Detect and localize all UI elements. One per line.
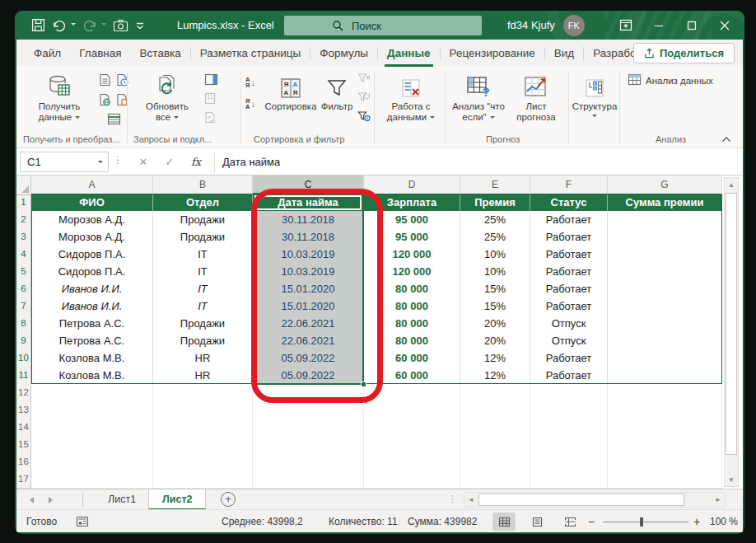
cell-status[interactable]: Работает xyxy=(530,263,608,281)
cell-dept[interactable]: Продажи xyxy=(153,315,253,333)
scroll-right-icon[interactable]: ► xyxy=(712,493,725,507)
cell-bonus[interactable]: 12% xyxy=(460,367,530,385)
what-if-analysis-button[interactable]: ? Анализ "что если" xyxy=(450,71,507,133)
cell-date[interactable]: 15.01.2020 xyxy=(253,297,364,316)
cell-date[interactable]: 05.09.2022 xyxy=(253,367,364,385)
empty-cell[interactable] xyxy=(253,401,364,419)
zoom-level[interactable]: 100 % xyxy=(710,510,738,533)
from-web-icon[interactable] xyxy=(99,93,111,110)
cell-bonus[interactable]: 10% xyxy=(460,263,530,281)
row-header[interactable]: 4 xyxy=(16,246,31,264)
cell-empty[interactable] xyxy=(608,280,722,298)
horizontal-scrollbar[interactable]: ◄ ► xyxy=(464,492,726,508)
empty-cell[interactable] xyxy=(364,453,460,471)
data-tools-button[interactable]: Работа с данными xyxy=(379,71,443,133)
outline-button[interactable]: Структура xyxy=(572,71,618,133)
empty-cell[interactable] xyxy=(530,470,608,489)
row-header[interactable]: 5 xyxy=(16,263,31,281)
cell-salary[interactable]: 120 000 xyxy=(364,263,460,281)
filter-button[interactable]: Фильтр xyxy=(318,71,356,133)
status-count[interactable]: Количество: 11 xyxy=(329,510,398,533)
cell-dept[interactable]: Продажи xyxy=(153,332,253,350)
zoom-slider-thumb[interactable] xyxy=(640,517,643,527)
empty-cell[interactable] xyxy=(608,436,722,454)
formula-input[interactable]: Дата найма xyxy=(222,148,280,176)
share-button[interactable]: Поделиться xyxy=(633,43,735,63)
cell-fio[interactable]: Морозов А.Д. xyxy=(31,228,153,246)
column-header-b[interactable]: B xyxy=(153,176,253,195)
cell-dept[interactable]: IT xyxy=(153,280,253,298)
column-header-d[interactable]: D xyxy=(364,176,460,195)
ribbon-display-options-button[interactable] xyxy=(609,11,642,40)
undo-button[interactable] xyxy=(52,19,76,32)
cell-bonus[interactable]: 20% xyxy=(460,315,530,333)
insert-function-button[interactable]: fx xyxy=(184,152,208,172)
cell-dept[interactable]: IT xyxy=(153,246,253,264)
column-header-c-selected[interactable]: C xyxy=(253,176,364,195)
tab-home[interactable]: Главная xyxy=(70,40,130,67)
redo-button[interactable] xyxy=(82,19,106,32)
cell-bonus[interactable]: 25% xyxy=(460,228,530,246)
row-header[interactable]: 15 xyxy=(16,436,31,454)
empty-cell[interactable] xyxy=(530,453,608,471)
column-header-a[interactable]: A xyxy=(31,176,153,195)
scroll-up-icon[interactable]: ▲ xyxy=(725,178,738,191)
row-header[interactable]: 9 xyxy=(16,332,31,350)
empty-cell[interactable] xyxy=(608,453,722,471)
cell-fio[interactable]: Козлова М.В. xyxy=(31,349,153,367)
row-header[interactable]: 10 xyxy=(16,349,31,367)
row-header[interactable]: 13 xyxy=(16,401,31,419)
cell-fio[interactable]: Петрова А.С. xyxy=(31,315,153,333)
maximize-button[interactable] xyxy=(675,11,708,40)
cell-bonus[interactable]: 15% xyxy=(460,280,530,298)
status-average[interactable]: Среднее: 43998,2 xyxy=(222,510,303,533)
cell-bonus[interactable]: 20% xyxy=(460,332,530,350)
column-header-g[interactable]: G xyxy=(608,176,722,195)
cancel-button[interactable]: ✕ xyxy=(132,152,155,172)
header-cell[interactable]: Сумма премии xyxy=(608,194,722,212)
empty-cell[interactable] xyxy=(253,384,364,402)
empty-cell[interactable] xyxy=(460,384,530,402)
empty-cell[interactable] xyxy=(153,419,253,437)
row-header[interactable]: 16 xyxy=(16,453,31,471)
row-header[interactable]: 8 xyxy=(16,315,31,333)
forecast-sheet-button[interactable]: Лист прогноза xyxy=(509,71,563,133)
cell-dept[interactable]: HR xyxy=(153,349,253,367)
empty-cell[interactable] xyxy=(530,436,608,454)
cell-salary[interactable]: 95 000 xyxy=(364,228,460,246)
avatar[interactable]: FK xyxy=(563,15,585,36)
cell-empty[interactable] xyxy=(608,297,722,316)
row-header[interactable]: 1 xyxy=(16,194,31,212)
refresh-all-button[interactable]: Обновить все xyxy=(132,71,203,133)
cell-fio[interactable]: Сидоров П.А. xyxy=(31,263,153,281)
cell-bonus[interactable]: 25% xyxy=(460,211,530,229)
empty-cell[interactable] xyxy=(153,453,253,471)
empty-cell[interactable] xyxy=(364,401,460,419)
cell-status[interactable]: Работает xyxy=(530,211,608,229)
empty-cell[interactable] xyxy=(153,401,253,419)
tab-file[interactable]: Файл xyxy=(25,40,70,67)
prev-sheet-icon[interactable] xyxy=(23,489,40,510)
data-analysis-button[interactable]: Анализ данных xyxy=(628,73,713,87)
cell-status[interactable]: Работает xyxy=(530,228,608,246)
cell-status[interactable]: Отпуск xyxy=(530,332,608,350)
cell-status[interactable]: Работает xyxy=(530,246,608,264)
cell-fio[interactable]: Козлова М.В. xyxy=(31,367,153,385)
new-sheet-button[interactable]: + xyxy=(221,492,236,507)
save-icon[interactable] xyxy=(31,18,45,32)
normal-view-button[interactable] xyxy=(492,513,516,531)
empty-cell[interactable] xyxy=(31,384,153,402)
cell-fio[interactable]: Морозов А.Д. xyxy=(31,211,153,229)
cell-status[interactable]: Работает xyxy=(530,297,608,316)
cell-date[interactable]: 05.09.2022 xyxy=(253,349,364,367)
tab-page-layout[interactable]: Разметка страницы xyxy=(191,40,310,67)
tab-insert[interactable]: Вставка xyxy=(131,40,190,67)
vertical-scrollbar[interactable]: ▲ ▼ xyxy=(724,177,739,487)
undo-dropdown-icon[interactable] xyxy=(71,23,76,28)
empty-cell[interactable] xyxy=(31,401,153,419)
cell-empty[interactable] xyxy=(608,332,722,350)
empty-cell[interactable] xyxy=(253,470,364,489)
cell-empty[interactable] xyxy=(608,315,722,333)
from-text-icon[interactable] xyxy=(99,73,111,90)
cell-status[interactable]: Отпуск xyxy=(530,315,608,333)
